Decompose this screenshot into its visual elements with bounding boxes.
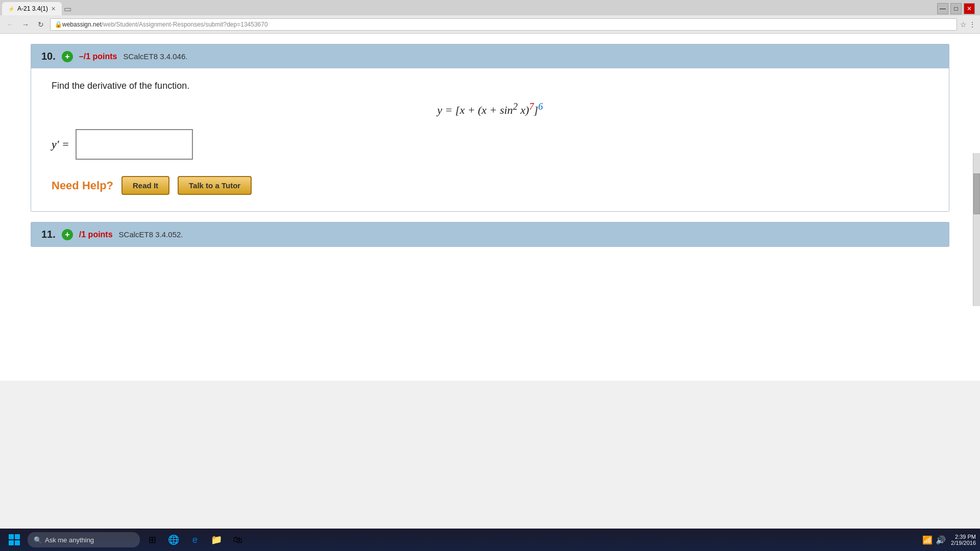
tab-close-button[interactable]: ✕ — [51, 6, 56, 12]
close-button[interactable]: ✕ — [964, 3, 975, 14]
talk-to-tutor-button[interactable]: Talk to a Tutor — [178, 176, 252, 195]
maximize-button[interactable]: □ — [950, 3, 962, 14]
tab-favicon: ⚡ — [8, 6, 14, 12]
bookmark-icon[interactable]: ☆ — [960, 20, 967, 29]
points-label-11: /1 points — [79, 230, 113, 239]
url-protocol: 🔒 — [55, 21, 62, 28]
answer-row: y′ = — [52, 129, 928, 160]
question-10-header: 10. + –/1 points SCalcET8 3.4.046. — [31, 44, 949, 68]
question-10-block: 10. + –/1 points SCalcET8 3.4.046. Find … — [31, 44, 949, 212]
tab-title: A-21 3.4(1) — [17, 5, 48, 12]
help-row: Need Help? Read It Talk to a Tutor — [52, 176, 928, 195]
page-content: 10. + –/1 points SCalcET8 3.4.046. Find … — [0, 34, 980, 381]
address-bar-row: ← → ↻ 🔒 webassign.net/web/Student/Assign… — [0, 15, 980, 34]
url-domain: webassign.net/web/Student/Assignment-Res… — [62, 21, 268, 28]
question-body: Find the derivative of the function. y =… — [31, 68, 949, 211]
question-number: 10. — [41, 51, 56, 62]
address-bar-icons: ☆ ⋮ — [960, 20, 976, 29]
minimize-button[interactable]: — — [937, 3, 948, 14]
question-11-block: 11. + /1 points SCalcET8 3.4.052. — [31, 222, 949, 247]
settings-icon[interactable]: ⋮ — [969, 20, 976, 29]
answer-label: y′ = — [52, 138, 69, 151]
add-points-icon-11[interactable]: + — [62, 229, 73, 240]
new-tab-button[interactable]: ▭ — [62, 3, 73, 14]
problem-statement: Find the derivative of the function. — [52, 81, 928, 91]
question-11-number: 11. — [41, 229, 56, 240]
read-it-button[interactable]: Read It — [121, 176, 169, 195]
need-help-text: Need Help? — [52, 179, 113, 192]
problem-id-11: SCalcET8 3.4.052. — [119, 230, 183, 239]
window-controls: — □ ✕ — [937, 3, 978, 14]
math-formula: y = [x + (x + sin2 x)7]6 — [52, 102, 928, 117]
add-points-icon[interactable]: + — [62, 51, 73, 62]
back-button[interactable]: ← — [4, 18, 16, 31]
points-label: –/1 points — [79, 52, 117, 61]
problem-id: SCalcET8 3.4.046. — [124, 52, 188, 61]
tab-bar: ⚡ A-21 3.4(1) ✕ ▭ — □ ✕ — [0, 0, 980, 15]
forward-button[interactable]: → — [19, 18, 32, 31]
scrollbar[interactable] — [973, 153, 980, 306]
browser-chrome: ⚡ A-21 3.4(1) ✕ ▭ — □ ✕ ← → ↻ 🔒 webassig… — [0, 0, 980, 34]
refresh-button[interactable]: ↻ — [35, 18, 47, 31]
address-input[interactable]: 🔒 webassign.net/web/Student/Assignment-R… — [50, 18, 957, 31]
question-11-header: 11. + /1 points SCalcET8 3.4.052. — [31, 222, 949, 246]
answer-input[interactable] — [76, 129, 193, 160]
scroll-thumb[interactable] — [973, 173, 980, 214]
active-tab[interactable]: ⚡ A-21 3.4(1) ✕ — [2, 2, 62, 15]
